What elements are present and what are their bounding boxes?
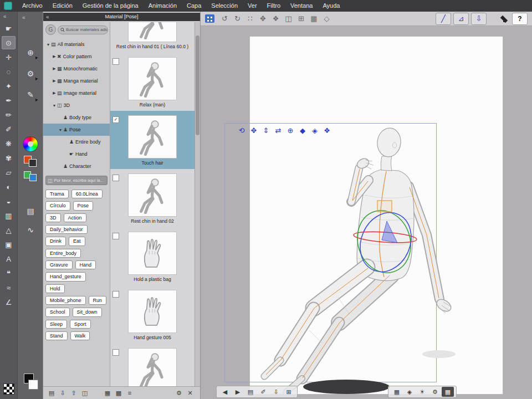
tag-chip[interactable]: Walk <box>70 331 90 340</box>
palette-title-bar[interactable]: « Material [Pose] <box>43 13 200 21</box>
collapse-panel-icon[interactable]: « <box>18 14 25 21</box>
material-thumbnail[interactable] <box>128 57 177 100</box>
material-tree-item[interactable]: ▶ ▤ Image material <box>43 87 110 99</box>
material-tree-item[interactable]: ▼ ♟ Pose <box>43 124 110 136</box>
perspective-ruler-icon[interactable]: ╱ <box>436 13 451 25</box>
drag-model-icon[interactable]: ▦ <box>442 387 454 397</box>
camera-pan-icon[interactable]: ✥ <box>248 125 259 135</box>
paper-tool[interactable]: ▤ <box>23 204 38 218</box>
tag-chip[interactable]: Sport <box>70 320 91 329</box>
menu-item[interactable]: Archivo <box>17 0 48 12</box>
material-list-scrollbar[interactable] <box>195 22 200 387</box>
tag-chip[interactable]: 3D <box>45 213 61 222</box>
pose-list-icon[interactable]: ▤ <box>244 387 257 397</box>
menu-item[interactable]: Selección <box>206 0 243 12</box>
brush-tool[interactable]: ✐ <box>2 122 16 136</box>
tag-chip[interactable]: 60.0Línea <box>71 190 103 198</box>
selection-tool[interactable]: ◌ <box>2 65 16 78</box>
text-tool[interactable]: A <box>2 252 16 265</box>
clip-studio-assets-icon[interactable]: G <box>45 24 56 35</box>
balloon-tool[interactable]: ❝ <box>2 267 16 280</box>
color-slider-swatches[interactable] <box>24 171 37 181</box>
tag-chip[interactable]: Drink <box>45 237 66 245</box>
disclosure-triangle-icon[interactable]: ▶ <box>52 54 57 59</box>
move-canvas-icon[interactable]: ✥ <box>257 13 269 24</box>
model-structure-icon[interactable]: ◈ <box>403 387 416 397</box>
psd-file-icon[interactable] <box>205 14 214 23</box>
tag-chip[interactable]: Gravure <box>45 260 73 269</box>
disclosure-triangle-icon[interactable]: ▼ <box>52 104 57 108</box>
material-checkbox[interactable]: ✓ <box>112 116 119 123</box>
color-wheel[interactable] <box>23 137 38 151</box>
decoration-tool[interactable]: ✾ <box>2 151 16 165</box>
material-search-input[interactable]: Buscar materiales adic... <box>58 25 108 34</box>
gizmo-orange-handle[interactable] <box>377 201 392 212</box>
scrollbar-thumb[interactable] <box>196 35 200 135</box>
help-button[interactable]: ? <box>512 13 528 25</box>
thumbnail-small-icon[interactable]: ▩ <box>113 390 124 397</box>
frame-border-tool[interactable]: ▣ <box>2 238 16 251</box>
grid-icon[interactable]: ⊞ <box>295 13 307 24</box>
material-tree-item[interactable]: ♟ Entire body <box>43 136 110 148</box>
menu-item[interactable]: Filtro <box>262 0 285 12</box>
3d-canvas-object[interactable] <box>201 26 532 399</box>
material-list-item[interactable]: Relax (man) <box>110 53 195 111</box>
material-thumbnail[interactable] <box>128 232 177 275</box>
export-material-icon[interactable]: ⇧ <box>68 390 79 397</box>
tag-chip[interactable]: Hand <box>75 260 96 269</box>
material-checkbox[interactable] <box>112 175 119 181</box>
menu-item[interactable]: Ver <box>243 0 262 12</box>
mesh-display-icon[interactable]: ▦ <box>391 387 403 397</box>
list-view-icon[interactable]: ≡ <box>124 390 135 396</box>
tutorial-graduation-cap-icon[interactable] <box>499 14 510 23</box>
gear-cursor-tool[interactable]: ⚙ <box>23 67 38 80</box>
material-checkbox[interactable] <box>112 291 119 298</box>
transparent-color-swatch[interactable] <box>3 383 14 395</box>
collapse-panel-icon[interactable]: « <box>46 13 49 21</box>
tag-chip[interactable]: Trama <box>45 190 69 198</box>
material-list-item[interactable]: Hand gesture 005 <box>110 285 195 344</box>
special-ruler-icon[interactable]: ◇ <box>321 13 332 24</box>
undo-icon[interactable]: ↺ <box>219 13 231 24</box>
material-thumbnail[interactable] <box>128 115 177 158</box>
collapse-panel-icon[interactable]: « <box>0 12 7 21</box>
tag-chip[interactable]: School <box>45 308 70 316</box>
tag-chip[interactable]: Entire_body <box>45 249 81 258</box>
symmetry-ruler-icon[interactable]: ⊿ <box>453 13 469 25</box>
hand-tool[interactable]: ☛ <box>2 22 16 35</box>
deselect-icon[interactable]: ∷ <box>244 13 256 24</box>
figure-tool[interactable]: △ <box>2 223 16 237</box>
tag-chip[interactable]: Mobile_phone <box>45 296 86 305</box>
tag-chip[interactable]: Stand <box>45 331 68 340</box>
material-checkbox[interactable] <box>112 233 119 239</box>
material-checkbox[interactable] <box>112 349 119 356</box>
material-tree-item[interactable]: ♟ Body type <box>43 111 110 124</box>
material-tree-item[interactable]: ▶ ▦ Monochromatic <box>43 63 110 75</box>
menu-item[interactable]: Gestión de la página <box>78 0 144 12</box>
object-rotate-icon[interactable]: ⊕ <box>285 125 296 135</box>
eraser-tool[interactable]: ▱ <box>2 166 16 179</box>
tag-chip[interactable]: Action <box>64 213 86 222</box>
ruler-tool[interactable]: ∠ <box>2 295 16 309</box>
correction-line-tool[interactable]: ≈ <box>2 281 16 294</box>
redo-icon[interactable]: ↻ <box>232 13 243 24</box>
menu-item[interactable]: Ventana <box>285 0 318 12</box>
tag-chip[interactable]: Daily_behavior <box>45 225 88 234</box>
canvas-area[interactable]: ⟲✥⇕⇄⊕◆◈❖ ◀▶▤✐⇩⊞ ▦◈☀⚙▦ <box>201 26 532 399</box>
menu-item[interactable]: Animación <box>144 0 182 12</box>
object-move-icon[interactable]: ⇄ <box>273 125 284 135</box>
object-pan-icon[interactable]: ◆ <box>297 125 308 135</box>
fill-tool[interactable]: ◒ <box>2 195 16 208</box>
tag-chip[interactable]: Sit_down <box>73 308 102 316</box>
camera-rotate-icon[interactable]: ⟲ <box>236 125 247 135</box>
disclosure-triangle-icon[interactable]: ▶ <box>52 79 57 83</box>
operation-tool[interactable]: ⊙ <box>2 36 16 49</box>
menu-item[interactable]: Capa <box>182 0 206 12</box>
material-thumbnail[interactable] <box>128 290 177 333</box>
disclosure-triangle-icon[interactable]: ▼ <box>45 43 51 47</box>
disclosure-triangle-icon[interactable]: ▶ <box>52 66 57 71</box>
object-config-icon[interactable]: ⚙ <box>429 387 441 397</box>
rotate-canvas-icon[interactable]: ❖ <box>270 13 282 24</box>
tag-chip[interactable]: Eat <box>69 237 85 245</box>
import-material-icon[interactable]: ⇩ <box>57 390 68 397</box>
